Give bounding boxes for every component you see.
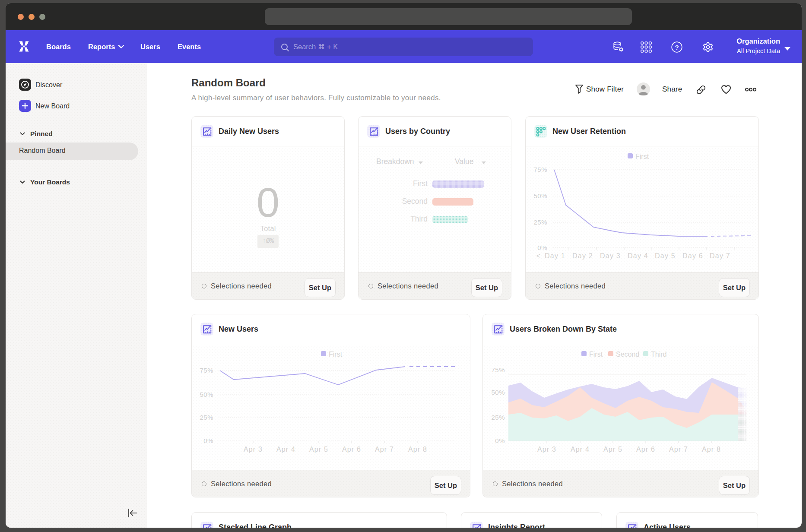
svg-text:0%: 0% (537, 244, 547, 251)
svg-text:Apr 3: Apr 3 (244, 446, 263, 453)
svg-text:First: First (589, 351, 603, 358)
svg-text:Apr 4: Apr 4 (276, 446, 295, 453)
svg-text:First: First (329, 351, 343, 358)
svg-text:Day 7: Day 7 (710, 252, 730, 260)
svg-text:50%: 50% (533, 192, 547, 200)
svg-text:First: First (635, 153, 649, 160)
svg-text:0%: 0% (203, 437, 213, 444)
svg-text:Apr 8: Apr 8 (408, 446, 427, 453)
svg-text:75%: 75% (533, 166, 547, 173)
svg-text:75%: 75% (200, 367, 213, 374)
svg-text:<: < (536, 252, 541, 260)
svg-text:Apr 6: Apr 6 (636, 446, 655, 453)
svg-text:25%: 25% (533, 218, 547, 226)
svg-text:Apr 8: Apr 8 (702, 446, 721, 453)
svg-text:0%: 0% (495, 437, 505, 444)
svg-text:Day 1: Day 1 (545, 252, 565, 260)
svg-text:Apr 3: Apr 3 (537, 446, 556, 453)
svg-text:Apr 5: Apr 5 (309, 446, 328, 453)
svg-text:Apr 4: Apr 4 (571, 446, 590, 453)
svg-text:50%: 50% (200, 391, 213, 398)
svg-text:Day 4: Day 4 (628, 252, 648, 260)
svg-text:Apr 7: Apr 7 (669, 446, 688, 453)
svg-text:Apr 6: Apr 6 (342, 446, 361, 453)
svg-text:Second: Second (616, 351, 639, 358)
svg-text:Third: Third (651, 351, 666, 358)
svg-text:75%: 75% (491, 366, 505, 374)
svg-text:25%: 25% (200, 414, 213, 421)
svg-text:Day 3: Day 3 (600, 252, 621, 260)
svg-text:25%: 25% (491, 414, 505, 421)
svg-text:Day 2: Day 2 (572, 252, 593, 260)
svg-text:Apr 5: Apr 5 (603, 446, 622, 453)
svg-text:Day 6: Day 6 (682, 252, 703, 260)
svg-text:Apr 7: Apr 7 (375, 446, 394, 453)
svg-text:50%: 50% (491, 389, 505, 396)
svg-text:Day 5: Day 5 (655, 252, 676, 260)
